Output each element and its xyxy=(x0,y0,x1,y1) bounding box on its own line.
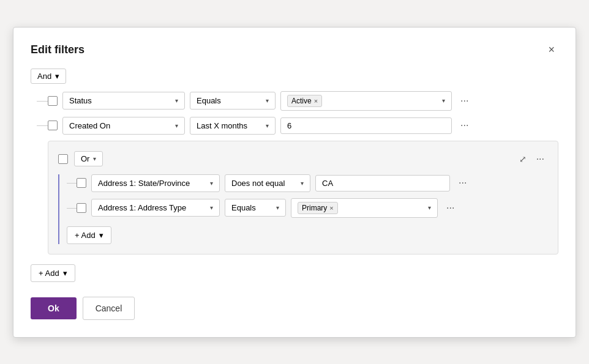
or-group-header: Or ▾ ⤢ ··· xyxy=(58,151,548,167)
state-operator-label: Does not equal xyxy=(231,179,285,188)
address-type-field-dropdown[interactable]: Address 1: Address Type ▾ xyxy=(91,199,220,217)
created-on-value-input[interactable] xyxy=(287,121,445,130)
or-group-more-button[interactable]: ··· xyxy=(533,151,548,167)
state-field-dropdown[interactable]: Address 1: State/Province ▾ xyxy=(91,174,220,192)
filter-row-created-on: Created On ▾ Last X months ▾ ··· xyxy=(31,117,558,135)
main-add-label: + Add xyxy=(39,269,59,278)
created-on-row-more-button[interactable]: ··· xyxy=(457,117,472,133)
and-chevron-icon: ▾ xyxy=(55,72,59,81)
dialog-footer: Ok Cancel xyxy=(31,297,558,320)
state-operator-chevron-icon: ▾ xyxy=(301,180,304,187)
or-group-actions: ⤢ ··· xyxy=(517,151,548,167)
status-row-more-button[interactable]: ··· xyxy=(457,93,472,109)
primary-tag-label: Primary xyxy=(302,204,327,212)
main-add-button[interactable]: + Add ▾ xyxy=(31,264,75,282)
status-tag-label: Active xyxy=(291,97,312,105)
filter-section: Status ▾ Equals ▾ Active × ▾ ··· xyxy=(31,91,558,282)
address-type-field-label: Address 1: Address Type xyxy=(98,203,186,212)
address-type-operator-chevron-icon: ▾ xyxy=(276,204,279,211)
or-row-state: Address 1: State/Province ▾ Does not equ… xyxy=(67,174,548,192)
state-value-input[interactable] xyxy=(322,179,443,188)
status-tag-close-icon[interactable]: × xyxy=(314,97,318,105)
status-row-checkbox[interactable] xyxy=(48,96,58,106)
or-row-address-type: Address 1: Address Type ▾ Equals ▾ Prima… xyxy=(67,198,548,218)
status-field-label: Status xyxy=(69,96,92,105)
created-on-field-label: Created On xyxy=(69,121,110,130)
cancel-button[interactable]: Cancel xyxy=(83,297,135,320)
address-type-row-more-button[interactable]: ··· xyxy=(443,200,458,216)
edit-filters-dialog: Edit filters × And ▾ Status ▾ Equals ▾ A… xyxy=(13,27,576,338)
filter-row-status: Status ▾ Equals ▾ Active × ▾ ··· xyxy=(31,91,558,111)
address-type-operator-dropdown[interactable]: Equals ▾ xyxy=(225,199,286,217)
created-on-operator-label: Last X months xyxy=(197,121,247,130)
status-value-field[interactable]: Active × ▾ xyxy=(280,91,452,111)
created-on-operator-dropdown[interactable]: Last X months ▾ xyxy=(190,117,276,135)
primary-tag-close-icon[interactable]: × xyxy=(329,204,333,212)
or-group-left: Or ▾ xyxy=(58,151,103,166)
status-field-dropdown[interactable]: Status ▾ xyxy=(62,92,185,110)
status-field-chevron-icon: ▾ xyxy=(175,97,178,104)
or-operator-dropdown[interactable]: Or ▾ xyxy=(74,151,103,166)
status-operator-label: Equals xyxy=(197,96,221,105)
and-label: And xyxy=(37,72,51,81)
or-add-chevron-icon: ▾ xyxy=(99,231,103,240)
state-value-field[interactable] xyxy=(315,175,450,191)
status-value-tag-inner: Active × xyxy=(287,95,322,107)
address-type-field-chevron-icon: ▾ xyxy=(210,204,213,211)
or-group-body: Address 1: State/Province ▾ Does not equ… xyxy=(58,174,548,244)
address-type-operator-label: Equals xyxy=(231,203,256,212)
status-operator-dropdown[interactable]: Equals ▾ xyxy=(190,92,276,110)
dialog-title: Edit filters xyxy=(31,43,84,56)
or-group-add-button[interactable]: + Add ▾ xyxy=(67,226,111,244)
ok-button[interactable]: Ok xyxy=(31,297,77,319)
or-group-collapse-button[interactable]: ⤢ xyxy=(517,152,529,166)
or-group: Or ▾ ⤢ ··· Address 1: State/Province ▾ xyxy=(48,141,558,254)
created-on-row-checkbox[interactable] xyxy=(48,121,58,130)
state-field-label: Address 1: State/Province xyxy=(98,179,190,188)
and-operator-dropdown[interactable]: And ▾ xyxy=(31,69,66,84)
close-button[interactable]: × xyxy=(544,42,558,58)
state-field-chevron-icon: ▾ xyxy=(210,180,213,187)
dialog-header: Edit filters × xyxy=(31,42,558,58)
primary-tag: Primary × xyxy=(298,202,338,214)
state-row-checkbox[interactable] xyxy=(77,178,86,188)
status-active-tag: Active × xyxy=(287,95,322,107)
created-on-field-dropdown[interactable]: Created On ▾ xyxy=(62,117,185,135)
or-chevron-icon: ▾ xyxy=(93,155,96,162)
state-operator-dropdown[interactable]: Does not equal ▾ xyxy=(225,174,310,192)
created-on-field-chevron-icon: ▾ xyxy=(175,122,178,129)
or-group-checkbox[interactable] xyxy=(58,154,68,164)
status-value-chevron-icon: ▾ xyxy=(442,97,445,104)
address-type-value-field[interactable]: Primary × ▾ xyxy=(291,198,438,218)
address-type-value-chevron-icon: ▾ xyxy=(428,204,431,211)
address-type-tag-inner: Primary × xyxy=(298,202,338,214)
address-type-row-checkbox[interactable] xyxy=(77,203,86,213)
created-on-value-field[interactable] xyxy=(280,117,452,134)
or-add-label: + Add xyxy=(75,231,96,240)
status-operator-chevron-icon: ▾ xyxy=(266,97,269,104)
main-add-chevron-icon: ▾ xyxy=(63,269,67,278)
state-row-more-button[interactable]: ··· xyxy=(455,175,470,191)
or-label: Or xyxy=(81,154,89,163)
created-on-operator-chevron-icon: ▾ xyxy=(266,122,269,129)
